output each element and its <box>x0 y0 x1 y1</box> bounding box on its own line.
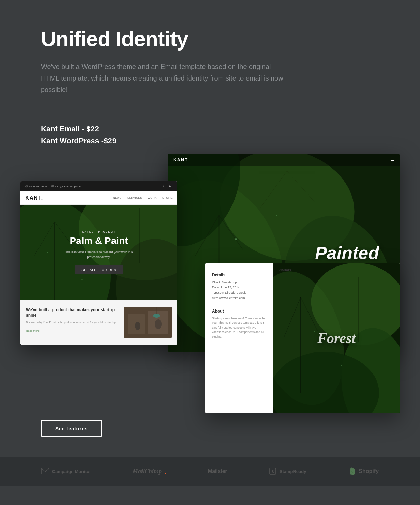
about-section: About Starting a new business? Then Kant… <box>212 309 266 340</box>
partner-stampready: S StampReady <box>269 468 306 475</box>
svg-point-43 <box>155 319 162 329</box>
mailster-label: Mailster <box>208 468 227 474</box>
email-cta-button[interactable]: See all features <box>75 265 123 274</box>
wp-hero-title: Painted <box>315 243 379 263</box>
campaign-monitor-svg <box>41 468 49 474</box>
partner-mailster: Mailster <box>208 468 227 474</box>
project-detail-panel: Details Client: Sweatshop Date: June 12,… <box>205 263 400 413</box>
youtube-icon: ▶ <box>168 184 172 189</box>
social-icons: 𝕏 ▶ <box>161 184 172 189</box>
visuals-label: Visuals <box>278 268 291 272</box>
forest-text: Forest <box>317 330 356 346</box>
nav-store[interactable]: STORE <box>162 196 172 199</box>
see-features-section: See features <box>0 413 420 444</box>
pricing-section: Kant Email - $22 Kant WordPress -$29 <box>0 109 420 154</box>
date-item: Date: June 12, 2014 <box>212 285 266 290</box>
svg-point-42 <box>135 322 140 330</box>
wp-brand: KANT. <box>173 157 190 162</box>
type-label: Type: <box>212 291 220 294</box>
nav-work[interactable]: WORK <box>148 196 157 199</box>
nav-services[interactable]: SERVICES <box>127 196 142 199</box>
site-item: Site: www.clientsite.com <box>212 296 266 301</box>
email-topbar: 1800-987-9833 info@kantstartup.com 𝕏 ▶ <box>20 181 177 191</box>
site-label: Site: <box>212 296 218 300</box>
svg-point-12 <box>276 215 278 216</box>
email-footer-section: We've built a product that makes your st… <box>20 300 177 345</box>
mailchimp-label: MailChimp <box>133 468 162 475</box>
svg-point-41 <box>153 314 160 318</box>
email-topbar-left: 1800-987-9833 info@kantstartup.com <box>25 185 81 188</box>
email-mockup: 1800-987-9833 info@kantstartup.com 𝕏 ▶ K… <box>20 181 177 345</box>
stampready-icon: S <box>269 468 277 475</box>
email-hero-content: LATEST PROJECT Palm & Paint Use Kant ema… <box>61 230 136 275</box>
wp-nav-bar: KANT. <box>168 154 400 166</box>
shopify-label: Shopify <box>359 468 379 474</box>
svg-point-11 <box>235 238 237 240</box>
stampready-svg: S <box>269 467 276 475</box>
twitter-icon: 𝕏 <box>161 184 166 189</box>
project-detail-right: Visuals <box>273 263 400 413</box>
about-text: Starting a new business? Then Kant is fo… <box>212 316 266 340</box>
email-footer-desc: Discover why Kant Email is the perfect n… <box>26 320 119 325</box>
site-value: www.clientsite.com <box>219 296 245 300</box>
type-item: Type: Art Direction, Design <box>212 291 266 295</box>
mockup-container: KANT. Painted Details Client: Sweatshop <box>20 154 400 413</box>
page-wrapper: Unified Identity We've built a WordPress… <box>0 0 420 505</box>
email-latest-label: LATEST PROJECT <box>61 230 136 233</box>
stampready-label: StampReady <box>280 469 306 474</box>
footer-image-svg <box>124 307 172 338</box>
nav-news[interactable]: NEWS <box>113 196 122 199</box>
date-label: Date: <box>212 286 220 289</box>
svg-point-23 <box>314 331 315 332</box>
email-hero-title: Palm & Paint <box>61 235 136 246</box>
svg-point-24 <box>341 365 342 366</box>
project-detail-left: Details Client: Sweatshop Date: June 12,… <box>205 263 273 413</box>
email-footer-text: We've built a product that makes your st… <box>26 307 119 333</box>
pricing-line2: Kant WordPress -$29 <box>41 135 379 147</box>
hamburger-icon[interactable] <box>391 159 394 161</box>
read-more-link[interactable]: Read more <box>26 329 40 332</box>
about-title: About <box>212 309 266 314</box>
see-features-button[interactable]: See features <box>41 420 102 437</box>
subtitle-text: We've built a WordPress theme and an Ema… <box>41 61 286 96</box>
email-info: info@kantstartup.com <box>51 185 81 188</box>
client-label: Client: <box>212 280 221 284</box>
email-brand: KANT. <box>25 195 43 201</box>
type-value: Art Direction, Design <box>220 291 249 294</box>
svg-point-33 <box>47 252 48 253</box>
header-section: Unified Identity We've built a WordPress… <box>0 0 420 109</box>
svg-text:S: S <box>271 470 274 474</box>
details-title: Details <box>212 273 266 277</box>
page-title: Unified Identity <box>41 27 379 50</box>
email-hero-subtitle: Use Kant email template to present your … <box>61 250 136 260</box>
campaign-monitor-icon <box>41 468 49 475</box>
campaign-monitor-label: Campaign Monitor <box>52 469 91 474</box>
date-value: June 12, 2014 <box>220 286 240 289</box>
shopify-svg <box>348 467 356 475</box>
partner-campaign-monitor: Campaign Monitor <box>41 468 91 475</box>
client-item: Client: Sweatshop <box>212 280 266 285</box>
email-footer-image <box>124 307 172 338</box>
shopify-icon <box>348 468 356 475</box>
partner-shopify: Shopify <box>348 468 379 475</box>
wp-hero-text: Painted <box>315 243 379 263</box>
email-nav-links: NEWS SERVICES WORK STORE <box>113 196 172 199</box>
svg-point-35 <box>81 279 82 280</box>
phone-info: 1800-987-9833 <box>25 185 47 188</box>
email-hero: LATEST PROJECT Palm & Paint Use Kant ema… <box>20 205 177 300</box>
email-navbar: KANT. NEWS SERVICES WORK STORE <box>20 191 177 205</box>
partner-mailchimp: MailChimp . <box>133 467 166 475</box>
wp-nav-icons <box>391 159 394 161</box>
forest-image: Forest <box>273 263 400 413</box>
client-value: Sweatshop <box>222 280 237 284</box>
pricing-line1: Kant Email - $22 <box>41 123 379 135</box>
email-footer-headline: We've built a product that makes your st… <box>26 307 119 319</box>
mailchimp-dot: . <box>164 467 166 475</box>
partners-bar: Campaign Monitor MailChimp . Mailster S … <box>0 457 420 486</box>
